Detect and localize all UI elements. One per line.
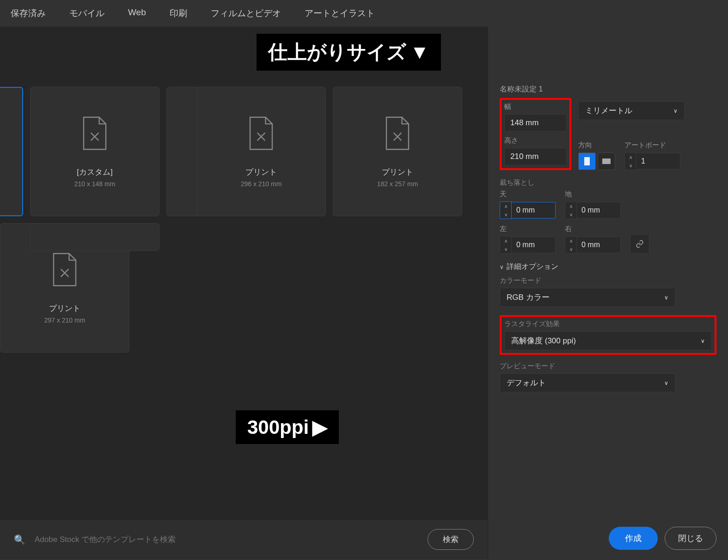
colormode-label: カラーモード	[500, 276, 716, 285]
preset-card[interactable]: プリント 182 x 257 mm	[333, 87, 462, 216]
preset-name: [カスタム]	[77, 167, 112, 177]
tab-art[interactable]: アートとイラスト	[301, 5, 379, 22]
advanced-toggle[interactable]: ∨ 詳細オプション	[500, 262, 716, 272]
tab-web[interactable]: Web	[124, 5, 150, 22]
stepper-down-icon[interactable]: ∨	[500, 210, 511, 219]
height-input[interactable]	[504, 148, 567, 165]
unit-value: ミリメートル	[585, 105, 632, 116]
preset-card[interactable]: [カスタム] 210 x 148 mm	[30, 87, 159, 216]
artboard-label: アートボード	[624, 141, 680, 150]
artboard-count-input[interactable]	[636, 153, 680, 170]
bleed-left-label: 左	[500, 225, 556, 233]
bleed-right-input[interactable]	[577, 237, 621, 253]
bleed-top-label: 天	[500, 190, 556, 199]
category-tabs: 保存済み モバイル Web 印刷 フィルムとビデオ アートとイラスト	[0, 0, 728, 27]
orientation-label: 方向	[578, 141, 615, 150]
search-bar: 🔍 検索	[0, 519, 488, 559]
preset-card[interactable]	[30, 223, 159, 251]
tab-print[interactable]: 印刷	[166, 5, 191, 22]
chevron-down-icon: ∨	[701, 338, 705, 344]
bleed-label: 裁ち落とし	[500, 178, 716, 187]
tab-mobile[interactable]: モバイル	[66, 5, 108, 22]
create-button[interactable]: 作成	[609, 527, 658, 550]
link-bleed-button[interactable]	[630, 234, 649, 254]
bleed-bottom-label: 地	[565, 190, 621, 199]
annotation-ppi: 300ppi ▶	[236, 410, 339, 444]
document-x-icon	[247, 116, 275, 151]
bleed-bottom-input[interactable]	[577, 202, 621, 219]
bleed-top-input[interactable]	[512, 202, 556, 219]
svg-rect-1	[584, 157, 590, 165]
chevron-down-icon: ∨	[673, 108, 678, 114]
advanced-label: 詳細オプション	[507, 262, 558, 272]
width-input[interactable]	[504, 114, 567, 132]
svg-rect-2	[602, 158, 611, 164]
preset-card[interactable]: プリント 296 x 210 mm	[196, 87, 326, 216]
raster-highlight: ラスタライズ効果 高解像度 (300 ppi) ∨	[500, 315, 716, 355]
stepper-down-icon[interactable]: ∨	[625, 161, 636, 170]
width-label: 幅	[504, 103, 567, 111]
search-icon: 🔍	[14, 534, 25, 545]
preset-size: 296 x 210 mm	[241, 180, 282, 188]
preview-dropdown[interactable]: デフォルト ∨	[500, 373, 675, 392]
preset-area: 仕上がりサイズ ▼ 300ppi ▶ プリント 128 x 182 mm [カス…	[0, 27, 488, 559]
bleed-top-stepper[interactable]: ∧∨	[500, 201, 556, 219]
search-button[interactable]: 検索	[428, 529, 474, 550]
colormode-dropdown[interactable]: RGB カラー ∨	[500, 288, 675, 307]
landscape-icon	[602, 158, 611, 165]
settings-panel: 名称未設定 1 幅 高さ ミリメートル ∨	[488, 27, 728, 559]
stepper-down-icon[interactable]: ∨	[565, 245, 576, 253]
chevron-down-icon: ∨	[664, 294, 668, 301]
bleed-right-label: 右	[565, 225, 621, 233]
unit-dropdown[interactable]: ミリメートル ∨	[578, 101, 685, 120]
raster-label: ラスタライズ効果	[504, 320, 712, 329]
preview-value: デフォルト	[507, 377, 546, 388]
document-x-icon	[384, 116, 411, 151]
stepper-down-icon[interactable]: ∨	[565, 210, 576, 219]
triangle-down-icon: ▼	[410, 41, 429, 63]
stepper-up-icon[interactable]: ∧	[625, 153, 636, 161]
preview-label: プレビューモード	[500, 362, 716, 371]
bleed-left-input[interactable]	[512, 237, 556, 253]
colormode-value: RGB カラー	[507, 292, 550, 303]
preset-name: プリント	[245, 167, 277, 177]
preset-detail-name: 名称未設定 1	[500, 34, 716, 94]
height-label: 高さ	[504, 136, 567, 145]
chevron-down-icon: ∨	[664, 380, 668, 386]
link-icon	[636, 240, 644, 248]
preset-size: 210 x 148 mm	[74, 180, 116, 188]
orientation-landscape[interactable]	[598, 152, 615, 170]
document-x-icon	[51, 252, 79, 287]
preset-name: プリント	[382, 167, 413, 177]
bleed-right-stepper[interactable]: ∧∨	[565, 236, 621, 254]
raster-dropdown[interactable]: 高解像度 (300 ppi) ∨	[504, 331, 712, 350]
preset-card[interactable]: プリント 128 x 182 mm	[0, 87, 23, 216]
bleed-bottom-stepper[interactable]: ∧∨	[565, 201, 621, 219]
orientation-portrait[interactable]	[578, 152, 596, 170]
annotation-finish-size: 仕上がりサイズ ▼	[257, 34, 441, 71]
bleed-left-stepper[interactable]: ∧∨	[500, 236, 556, 254]
annotation-text: 仕上がりサイズ	[268, 39, 406, 65]
tab-film[interactable]: フィルムとビデオ	[207, 5, 285, 22]
chevron-down-icon: ∨	[500, 264, 504, 270]
search-input[interactable]	[35, 535, 418, 544]
close-button[interactable]: 閉じる	[665, 527, 716, 550]
stepper-down-icon[interactable]: ∨	[500, 245, 511, 253]
stepper-up-icon[interactable]: ∧	[500, 202, 511, 210]
preset-name: プリント	[49, 303, 80, 314]
preset-size: 297 x 210 mm	[44, 317, 86, 324]
stepper-up-icon[interactable]: ∧	[565, 237, 576, 245]
portrait-icon	[583, 157, 591, 166]
preset-size: 182 x 257 mm	[377, 180, 418, 188]
stepper-up-icon[interactable]: ∧	[565, 202, 576, 210]
tab-saved[interactable]: 保存済み	[7, 5, 49, 22]
stepper-up-icon[interactable]: ∧	[500, 237, 511, 245]
artboard-stepper[interactable]: ∧ ∨	[624, 152, 680, 170]
document-x-icon	[81, 116, 109, 151]
raster-value: 高解像度 (300 ppi)	[511, 335, 576, 346]
size-highlight: 幅 高さ	[500, 98, 571, 170]
triangle-right-icon: ▶	[312, 416, 327, 438]
annotation-text: 300ppi	[247, 416, 309, 438]
